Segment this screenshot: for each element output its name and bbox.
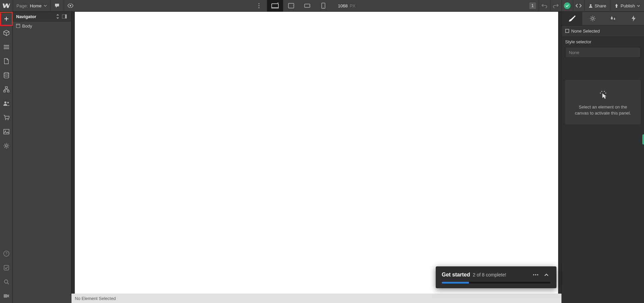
right-panel-tabs	[562, 12, 644, 25]
navigator-item-body[interactable]: Body	[13, 21, 71, 30]
webflow-logo[interactable]	[0, 0, 13, 12]
svg-rect-27	[4, 265, 9, 270]
svg-point-39	[604, 91, 605, 92]
comments-button[interactable]	[50, 0, 64, 12]
help-icon: ?	[3, 251, 9, 257]
export-code-button[interactable]	[573, 0, 584, 12]
svg-point-33	[533, 274, 534, 275]
add-elements-button[interactable]	[0, 12, 13, 26]
redo-button[interactable]	[550, 0, 561, 12]
settings-button[interactable]	[0, 139, 13, 153]
panel-edge-tab[interactable]	[642, 134, 644, 144]
popup-more-button[interactable]	[532, 274, 540, 275]
svg-point-3	[258, 7, 259, 8]
page-icon	[4, 58, 9, 64]
status-bar: No Element Selected	[71, 294, 561, 303]
share-label: Share	[595, 3, 606, 8]
body-icon	[16, 24, 20, 28]
svg-point-9	[309, 5, 310, 6]
webflow-logo-icon	[3, 3, 10, 8]
undo-button[interactable]	[539, 0, 550, 12]
share-button[interactable]: Share	[584, 0, 610, 12]
navigator-header: Navigator	[13, 12, 71, 21]
undo-icon	[542, 3, 547, 8]
symbols-button[interactable]	[0, 26, 13, 40]
users-button[interactable]	[0, 96, 13, 111]
device-menu-button[interactable]	[251, 0, 267, 12]
canvas-width-value: 1068	[338, 3, 348, 8]
popup-title: Get started	[442, 272, 470, 278]
ecommerce-button[interactable]	[0, 82, 13, 96]
device-desktop[interactable]: ✦	[267, 0, 283, 12]
publish-label: Publish	[621, 3, 635, 8]
style-selector-placeholder: None	[569, 50, 579, 55]
svg-rect-16	[4, 90, 5, 92]
svg-rect-22	[4, 129, 9, 134]
status-ok-button[interactable]	[561, 0, 573, 12]
click-cursor-icon	[598, 89, 608, 99]
database-icon	[4, 72, 9, 78]
page-selector[interactable]: Page: Home	[13, 0, 50, 11]
style-selector-section: Style selector None	[562, 36, 644, 61]
assets-button[interactable]	[0, 125, 13, 139]
svg-rect-15	[5, 87, 7, 88]
navigator-panel: Navigator Body	[13, 12, 71, 303]
svg-text:✦: ✦	[278, 3, 279, 4]
top-bar: Page: Home ✦ 1068 PX 1	[0, 0, 644, 12]
effects-tab[interactable]	[624, 12, 644, 25]
image-icon	[3, 129, 9, 134]
style-tab[interactable]	[562, 12, 582, 25]
device-phone[interactable]	[315, 0, 331, 12]
canvas-wrapper: No Element Selected Get started 2 of 8 c…	[71, 12, 562, 303]
navigator-icon	[4, 45, 9, 49]
svg-point-28	[4, 280, 8, 283]
status-text: No Element Selected	[75, 296, 116, 301]
svg-rect-37	[566, 29, 569, 33]
device-tablet[interactable]	[283, 0, 299, 12]
canvas-size-display[interactable]: 1068 PX	[331, 3, 356, 8]
search-button[interactable]	[0, 275, 13, 289]
panel-placeholder: Select an element on the canvas to activ…	[565, 80, 641, 124]
device-landscape-phone[interactable]	[299, 0, 315, 12]
code-icon	[576, 4, 582, 8]
pages-button[interactable]	[0, 54, 13, 68]
svg-rect-4	[272, 4, 278, 8]
video-tutorial-button[interactable]	[0, 289, 13, 303]
popup-collapse-button[interactable]	[542, 273, 550, 276]
svg-point-0	[70, 5, 71, 7]
page-label: Page:	[16, 3, 28, 8]
desktop-icon: ✦	[271, 3, 279, 9]
svg-point-40	[600, 93, 601, 94]
sort-icon	[56, 14, 59, 19]
cms-button[interactable]	[0, 68, 13, 82]
brush-icon	[569, 15, 576, 21]
navigator-button[interactable]	[0, 40, 13, 54]
popup-subtitle: 2 of 8 complete!	[473, 272, 529, 277]
svg-point-41	[605, 93, 606, 94]
style-selector-input[interactable]: None	[565, 47, 641, 58]
settings-tab[interactable]	[582, 12, 603, 25]
cart-icon	[3, 115, 9, 120]
notifications-badge[interactable]: 1	[529, 2, 536, 9]
svg-point-20	[5, 119, 6, 120]
svg-point-34	[535, 274, 536, 275]
style-selector-label: Style selector	[565, 36, 641, 47]
audit-button[interactable]	[0, 261, 13, 275]
svg-point-2	[258, 5, 259, 6]
navigator-sort-button[interactable]	[54, 14, 61, 19]
navigator-collapse-button[interactable]	[61, 14, 68, 18]
phone-landscape-icon	[304, 4, 310, 8]
help-button[interactable]: ?	[0, 247, 13, 261]
interactions-tab[interactable]	[603, 12, 624, 25]
user-icon	[589, 4, 593, 8]
publish-button[interactable]: Publish	[610, 0, 644, 12]
preview-button[interactable]	[64, 0, 77, 12]
svg-point-38	[601, 91, 602, 92]
gear-icon	[590, 15, 596, 21]
ecommerce-cart-button[interactable]	[0, 111, 13, 125]
main-area: ? Navigator Body No Ele	[0, 12, 644, 303]
design-canvas[interactable]	[75, 12, 558, 294]
cube-icon	[3, 30, 9, 36]
svg-point-1	[258, 3, 259, 4]
plus-icon	[4, 16, 9, 21]
